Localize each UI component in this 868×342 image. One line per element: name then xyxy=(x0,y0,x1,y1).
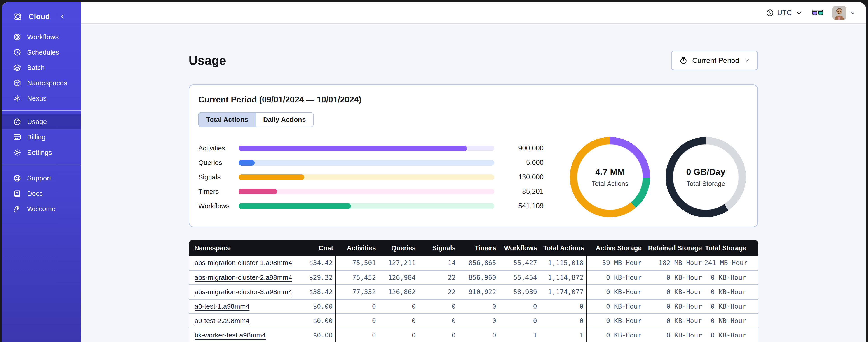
sidebar-logo-label: Cloud xyxy=(28,12,59,21)
chevron-down-icon xyxy=(850,10,856,16)
table-cell-activities: 0 xyxy=(336,314,378,328)
main-area: UTC Usage Current Period xyxy=(81,2,866,342)
table-cell-signals: 0 xyxy=(418,299,458,314)
table-cell-cost: $0.00 xyxy=(288,299,336,314)
bar-label: Workflows xyxy=(198,202,239,210)
table-cell-total-actions: 0 xyxy=(539,314,586,328)
sidebar-item-schedules[interactable]: Schedules xyxy=(2,45,81,60)
period-dropdown-button[interactable]: Current Period xyxy=(671,50,758,70)
usage-bar-row-workflows: Workflows 541,109 xyxy=(198,199,544,213)
table-cell-retained-storage: 0 KB-Hour xyxy=(644,299,704,314)
table-cell-queries: 0 xyxy=(378,314,418,328)
table-cell-cost: $0.00 xyxy=(288,314,336,328)
clock-icon xyxy=(766,9,774,17)
namespace-cell: bk-worker-test.a98mm4 xyxy=(189,328,288,342)
timezone-selector[interactable]: UTC xyxy=(766,9,803,17)
namespace-link[interactable]: abs-migration-cluster-3.a98mm4 xyxy=(194,288,292,296)
table-cell-activities: 75,452 xyxy=(336,270,378,285)
table-cell-activities: 77,332 xyxy=(336,285,378,299)
bar-label: Timers xyxy=(198,188,239,195)
sidebar-item-welcome[interactable]: Welcome xyxy=(2,201,81,216)
app-window: Cloud Workflows Schedules Batch Namespac… xyxy=(2,2,866,342)
total-storage-label: Total Storage xyxy=(687,180,725,187)
sidebar-nav-help: Support Docs Welcome xyxy=(2,171,81,216)
table-cell-signals: 22 xyxy=(418,285,458,299)
namespace-link[interactable]: a0-test-1.a98mm4 xyxy=(194,303,249,310)
table-cell-timers: 856,865 xyxy=(458,256,498,270)
bar-track xyxy=(239,189,494,195)
sidebar-item-label: Batch xyxy=(27,64,45,71)
sidebar-item-label: Namespaces xyxy=(27,79,67,87)
table-cell-timers: 0 xyxy=(458,328,498,342)
support-icon xyxy=(13,174,21,182)
namespace-cell: a0-test-2.a98mm4 xyxy=(189,314,288,328)
usage-bar-chart: Activities 900,000Queries 5,000Signals 1… xyxy=(198,141,557,213)
sidebar-item-billing[interactable]: Billing xyxy=(2,130,81,145)
namespace-link[interactable]: abs-migration-cluster-2.a98mm4 xyxy=(194,274,292,281)
usage-bar-row-activities: Activities 900,000 xyxy=(198,141,544,156)
namespace-cell: a0-test-1.a98mm4 xyxy=(189,299,288,314)
column-header-total-storage: Total Storage xyxy=(704,240,758,256)
table-cell-total-actions: 1 xyxy=(539,328,586,342)
table-cell-retained-storage: 182 MB-Hour xyxy=(644,256,704,270)
table-cell-total-actions: 0 xyxy=(539,299,586,314)
table-cell-active-storage: 0 KB-Hour xyxy=(586,270,644,285)
table-cell-active-storage: 59 MB-Hour xyxy=(586,256,644,270)
sidebar-item-workflows[interactable]: Workflows xyxy=(2,29,81,45)
table-cell-workflows: 0 xyxy=(498,314,539,328)
sidebar-divider xyxy=(2,165,81,165)
sidebar-item-batch[interactable]: Batch xyxy=(2,60,81,75)
table-cell-total-actions: 1,114,872 xyxy=(539,270,586,285)
table-cell-signals: 22 xyxy=(418,270,458,285)
bar-track xyxy=(239,160,494,166)
namespace-cell: abs-migration-cluster-2.a98mm4 xyxy=(189,270,288,285)
bar-label: Activities xyxy=(198,144,239,152)
timezone-label: UTC xyxy=(777,9,792,17)
glasses-icon[interactable] xyxy=(812,9,823,16)
sidebar-item-usage[interactable]: Usage xyxy=(2,114,81,130)
sidebar-collapse-icon[interactable] xyxy=(59,13,66,20)
table-row: a0-test-2.a98mm4$0.000000000 KB-Hour0 KB… xyxy=(189,314,758,328)
actions-tabs: Total ActionsDaily Actions xyxy=(198,112,314,127)
sidebar-item-nexus[interactable]: Nexus xyxy=(2,91,81,106)
table-cell-total-storage: 241 MB-Hour xyxy=(704,256,758,270)
table-cell-retained-storage: 0 KB-Hour xyxy=(644,285,704,299)
table-cell-total-storage: 0 KB-Hour xyxy=(704,314,758,328)
stopwatch-icon xyxy=(679,56,688,65)
table-cell-active-storage: 0 KB-Hour xyxy=(586,314,644,328)
usage-donuts: 4.7 MM Total Actions 0 GB/Day Total Stor… xyxy=(570,137,746,217)
sidebar-item-support[interactable]: Support xyxy=(2,171,81,186)
sidebar: Cloud Workflows Schedules Batch Namespac… xyxy=(2,2,81,342)
tab-total-actions[interactable]: Total Actions xyxy=(199,112,255,127)
table-cell-workflows: 55,427 xyxy=(498,256,539,270)
bar-value: 130,000 xyxy=(494,173,544,181)
column-header-timers: Timers xyxy=(458,240,498,256)
table-cell-workflows: 0 xyxy=(498,299,539,314)
namespace-link[interactable]: a0-test-2.a98mm4 xyxy=(194,317,249,324)
avatar xyxy=(832,6,846,20)
account-menu[interactable] xyxy=(832,6,856,20)
bar-value: 900,000 xyxy=(494,144,544,152)
namespace-link[interactable]: abs-migration-cluster-1.a98mm4 xyxy=(194,259,292,266)
docs-icon xyxy=(13,190,21,198)
chevron-down-icon xyxy=(795,9,803,17)
column-header-cost: Cost xyxy=(288,240,336,256)
column-header-workflows: Workflows xyxy=(498,240,539,256)
sidebar-item-namespaces[interactable]: Namespaces xyxy=(2,75,81,91)
sidebar-item-label: Settings xyxy=(27,149,52,156)
table-cell-cost: $34.42 xyxy=(288,256,336,270)
namespace-link[interactable]: bk-worker-test.a98mm4 xyxy=(194,332,266,339)
sidebar-item-docs[interactable]: Docs xyxy=(2,186,81,201)
table-cell-signals: 0 xyxy=(418,314,458,328)
column-header-signals: Signals xyxy=(418,240,458,256)
sidebar-item-settings[interactable]: Settings xyxy=(2,145,81,160)
chevron-down-icon xyxy=(744,57,750,64)
total-storage-donut: 0 GB/Day Total Storage xyxy=(665,137,746,217)
tab-daily-actions[interactable]: Daily Actions xyxy=(255,112,313,127)
table-row: bk-worker-test.a98mm4$0.000000110 KB-Hou… xyxy=(189,328,758,342)
sidebar-item-label: Nexus xyxy=(27,95,46,102)
table-cell-queries: 0 xyxy=(378,328,418,342)
content-scroll-area[interactable]: Usage Current Period Current Period (09/… xyxy=(81,24,866,342)
table-cell-total-actions: 1,174,077 xyxy=(539,285,586,299)
current-period-title: Current Period (09/01/2024 — 10/01/2024) xyxy=(198,95,748,104)
